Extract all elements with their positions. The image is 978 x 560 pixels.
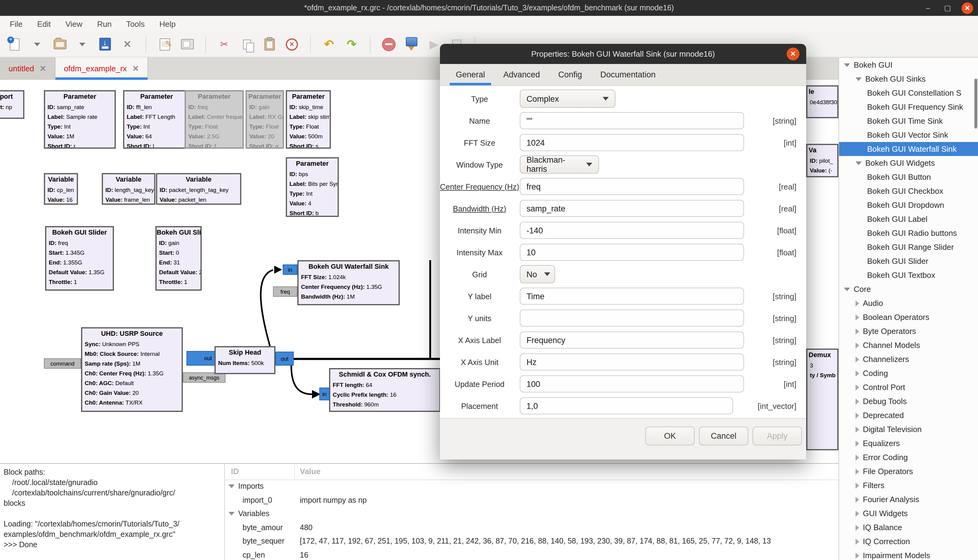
block-bokeh-gui-waterfall-sink[interactable]: Bokeh GUI Waterfall SinkFFT Size: 1.024k…	[297, 260, 400, 305]
fft-size-input[interactable]	[520, 134, 744, 151]
dialog-tab-general[interactable]: General	[456, 64, 485, 85]
name-input[interactable]	[520, 112, 744, 129]
block-usrp-source-port-command[interactable]: command	[44, 358, 81, 369]
open-flowgraph-button[interactable]	[52, 36, 67, 53]
block-parameter-fft-len[interactable]: ParameterID: fft_lenLabel: FFT LengthTyp…	[123, 90, 190, 149]
tree-item-bokeh-gui[interactable]: Bokeh GUI	[839, 58, 978, 72]
tree-item-bokeh-gui-range-slider[interactable]: Bokeh GUI Range Slider	[839, 240, 978, 254]
delete-button[interactable]: ✕	[285, 36, 299, 53]
block-variable-length-tag-key[interactable]: VariableID: length_tag_keyValue: frame_l…	[102, 173, 155, 205]
block-skip-head[interactable]: Skip HeadNum Items: 500k	[215, 346, 275, 374]
tree-item-bokeh-gui-frequency-sink[interactable]: Bokeh GUI Frequency Sink	[839, 100, 978, 114]
tree-item-debug-tools[interactable]: Debug Tools	[839, 394, 978, 408]
tree-item-impairment-models[interactable]: Impairment Models	[839, 548, 978, 560]
ok-button[interactable]: OK	[645, 427, 695, 445]
dialog-close-button[interactable]: ✕	[786, 48, 800, 60]
paste-button[interactable]	[262, 36, 277, 53]
generate-flowgraph-button[interactable]	[404, 36, 418, 53]
tree-item-bokeh-gui-waterfall-sink[interactable]: Bokeh GUI Waterfall Sink	[839, 142, 978, 156]
minimize-button[interactable]: –	[923, 4, 933, 12]
tree-item-bokeh-gui-widgets[interactable]: Bokeh GUI Widgets	[839, 156, 978, 170]
y-units-input[interactable]	[520, 310, 744, 327]
save-button[interactable]	[98, 36, 112, 53]
block-schmidl-cox-ofdm-synch-port-in[interactable]: in	[319, 388, 330, 400]
tree-item-audio[interactable]: Audio	[839, 296, 978, 310]
redo-button[interactable]: ↷	[344, 36, 359, 53]
grid-dropdown[interactable]: No	[520, 265, 555, 283]
errors-button[interactable]	[382, 36, 396, 53]
block-parameter-freq[interactable]: ParameterID: freqLabel: Center frequency…	[185, 90, 244, 149]
close-flowgraph-button[interactable]: ✕	[120, 36, 135, 53]
tree-item-bokeh-gui-constellation-s[interactable]: Bokeh GUI Constellation S	[839, 86, 978, 100]
new-flowgraph-button[interactable]	[7, 36, 22, 53]
x-axis-label-input[interactable]	[520, 332, 744, 348]
y-label-input[interactable]	[520, 288, 744, 305]
tree-item-core[interactable]: Core	[839, 282, 978, 296]
tree-item-error-coding[interactable]: Error Coding	[839, 450, 978, 464]
update-period-input[interactable]	[520, 375, 744, 392]
block-bokeh-gui-waterfall-sink-port-freq[interactable]: freq	[273, 287, 297, 297]
intensity-max-input[interactable]	[520, 244, 744, 261]
placement-input[interactable]	[520, 397, 733, 414]
type-dropdown[interactable]: Complex	[520, 90, 615, 108]
dialog-tab-documentation[interactable]: Documentation	[600, 64, 656, 85]
tree-item-bokeh-gui-checkbox[interactable]: Bokeh GUI Checkbox	[839, 184, 978, 198]
tree-item-bokeh-gui-vector-sink[interactable]: Bokeh GUI Vector Sink	[839, 128, 978, 142]
tree-item-bokeh-gui-sinks[interactable]: Bokeh GUI Sinks	[839, 72, 978, 86]
edit-properties-button[interactable]	[157, 36, 172, 53]
block-bokeh-gui-waterfall-sink-port-in[interactable]: in	[283, 265, 297, 275]
block-parameter-samp-rate[interactable]: ParameterID: samp_rateLabel: Sample rate…	[44, 90, 116, 149]
block-skip-head-port-out[interactable]: out	[275, 352, 294, 366]
center-frequency-hz-input[interactable]	[520, 178, 744, 195]
menu-edit[interactable]: Edit	[37, 19, 51, 28]
block-partial-variable-hash[interactable]: le0e4d38f30	[806, 85, 838, 118]
block-parameter-bps[interactable]: ParameterID: bpsLabel: Bits per SymbolTy…	[286, 157, 339, 217]
menu-tools[interactable]: Tools	[126, 19, 145, 28]
block-parameter-skip-time[interactable]: ParameterID: skip_timeLabel: skip stimeT…	[286, 90, 331, 149]
tree-item-bokeh-gui-time-sink[interactable]: Bokeh GUI Time Sink	[839, 114, 978, 128]
block-usrp-source[interactable]: UHD: USRP SourceSync: Unknown PPSMb0: Cl…	[81, 327, 183, 412]
block-variable-cp-len[interactable]: VariableID: cp_lenValue: 16	[44, 173, 78, 205]
block-bokeh-gui-slider-gain[interactable]: Bokeh GUI SliderID: gainStart: 0End: 31D…	[155, 226, 202, 291]
cancel-button[interactable]: Cancel	[699, 427, 748, 445]
chevron-down-icon[interactable]	[228, 512, 235, 515]
apply-button[interactable]: Apply	[753, 427, 802, 445]
cut-button[interactable]: ✂	[217, 36, 232, 53]
dialog-tab-advanced[interactable]: Advanced	[503, 64, 540, 85]
block-parameter-gain[interactable]: ParameterID: gainLabel: RX GainType: Flo…	[246, 90, 284, 149]
screenshot-button[interactable]	[180, 36, 194, 53]
tree-item-byte-operators[interactable]: Byte Operators	[839, 324, 978, 338]
block-bokeh-gui-slider-freq[interactable]: Bokeh GUI SliderID: freqStart: 1.345GEnd…	[45, 226, 114, 291]
menu-run[interactable]: Run	[97, 19, 112, 28]
tree-item-iq-correction[interactable]: IQ Correction	[839, 534, 978, 548]
tree-item-bokeh-gui-textbox[interactable]: Bokeh GUI Textbox	[839, 268, 978, 282]
block-schmidl-cox-ofdm-synch[interactable]: Schmidl & Cox OFDM synch.FFT length: 64C…	[329, 368, 441, 412]
dialog-tab-config[interactable]: Config	[558, 64, 582, 85]
tree-item-bokeh-gui-button[interactable]: Bokeh GUI Button	[839, 170, 978, 184]
block-import[interactable]: ImportImport: np	[0, 90, 24, 119]
tab-close-icon[interactable]: ✕	[132, 64, 139, 73]
tree-item-gui-widgets[interactable]: GUI Widgets	[839, 507, 978, 520]
bandwidth-hz-input[interactable]	[520, 200, 744, 217]
tree-item-equalizers[interactable]: Equalizers	[839, 436, 978, 450]
close-button[interactable]: ✕	[961, 2, 973, 14]
tab-close-icon[interactable]: ✕	[40, 64, 46, 73]
tree-item-bokeh-gui-dropdown[interactable]: Bokeh GUI Dropdown	[839, 198, 978, 212]
tree-item-channelizers[interactable]: Channelizers	[839, 352, 978, 366]
tree-item-bokeh-gui-radio-buttons[interactable]: Bokeh GUI Radio buttons	[839, 226, 978, 240]
tree-item-file-operators[interactable]: File Operators	[839, 464, 978, 478]
execute-flowgraph-button[interactable]: ▶	[427, 36, 441, 53]
tree-item-channel-models[interactable]: Channel Models	[839, 338, 978, 352]
window-type-dropdown[interactable]: Blackman-harris	[520, 155, 599, 174]
tree-item-control-port[interactable]: Control Port	[839, 380, 978, 394]
menu-view[interactable]: View	[65, 19, 83, 28]
tree-item-bokeh-gui-slider[interactable]: Bokeh GUI Slider	[839, 254, 978, 268]
tree-item-fourier-analysis[interactable]: Fourier Analysis	[839, 492, 978, 507]
chevron-down-icon[interactable]	[228, 485, 235, 488]
tree-item-iq-balance[interactable]: IQ Balance	[839, 520, 978, 534]
new-flowgraph-caret-button[interactable]	[30, 36, 45, 53]
x-axis-unit-input[interactable]	[520, 353, 744, 370]
tree-item-filters[interactable]: Filters	[839, 478, 978, 492]
block-partial-variable-pilot[interactable]: VaID: pilot_Value: (-	[806, 144, 838, 177]
tree-item-deprecated[interactable]: Deprecated	[839, 408, 978, 422]
